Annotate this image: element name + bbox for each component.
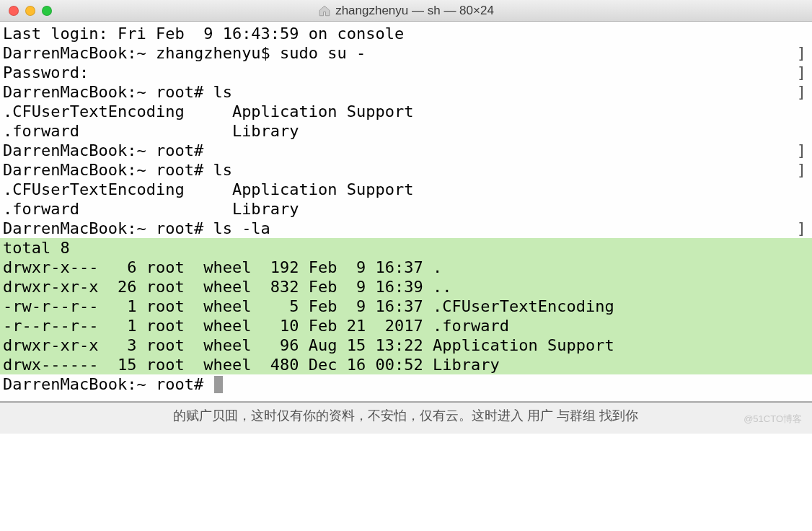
scroll-mark: ] <box>797 160 806 180</box>
terminal-line: drwx------ 15 root wheel 480 Dec 16 00:5… <box>0 355 812 374</box>
scroll-mark: ] <box>797 141 806 160</box>
terminal-line: -r--r--r-- 1 root wheel 10 Feb 21 2017 .… <box>0 316 812 335</box>
terminal-line: .forward Library <box>3 121 809 141</box>
cursor-icon <box>214 376 223 393</box>
terminal-line: DarrenMacBook:~ root# ls -la] <box>3 219 809 238</box>
window-title: zhangzhenyu — sh — 80×24 <box>335 4 494 18</box>
terminal-line: DarrenMacBook:~ root# ls] <box>3 160 809 180</box>
terminal-line: drwxr-xr-x 26 root wheel 832 Feb 9 16:39… <box>0 277 812 297</box>
titlebar: zhangzhenyu — sh — 80×24 <box>0 0 812 22</box>
prompt-text: DarrenMacBook:~ root# <box>3 375 213 393</box>
terminal-line: DarrenMacBook:~ zhangzhenyu$ sudo su -] <box>3 43 809 63</box>
background-text: 的赋广贝囬，这时仅有你的资料，不安怕，仅有云。这时进入 用广 与群组 找到你 <box>0 407 812 424</box>
home-icon <box>318 4 331 17</box>
minimize-icon[interactable] <box>25 6 35 16</box>
terminal-line: -rw-r--r-- 1 root wheel 5 Feb 9 16:37 .C… <box>0 297 812 316</box>
watermark: @51CTO博客 <box>743 413 802 426</box>
terminal-line: .CFUserTextEncoding Application Support <box>3 180 809 199</box>
background-page: 的赋广贝囬，这时仅有你的资料，不安怕，仅有云。这时进入 用广 与群组 找到你 @… <box>0 402 812 434</box>
terminal-window: zhangzhenyu — sh — 80×24 Last login: Fri… <box>0 0 812 402</box>
close-icon[interactable] <box>9 6 19 16</box>
terminal-line: .forward Library <box>3 199 809 219</box>
terminal-line: drwxr-x--- 6 root wheel 192 Feb 9 16:37 … <box>0 258 812 277</box>
terminal-line: total 8 <box>0 238 812 258</box>
terminal-line: drwxr-xr-x 3 root wheel 96 Aug 15 13:22 … <box>0 335 812 355</box>
scroll-mark: ] <box>797 219 806 238</box>
scroll-mark: ] <box>797 63 806 82</box>
traffic-lights <box>0 6 52 16</box>
terminal-line: DarrenMacBook:~ root#] <box>3 141 809 160</box>
scroll-mark: ] <box>797 43 806 63</box>
terminal-line: DarrenMacBook:~ root# ls] <box>3 82 809 102</box>
terminal-line: .CFUserTextEncoding Application Support <box>3 102 809 121</box>
zoom-icon[interactable] <box>42 6 52 16</box>
terminal-line: Password:] <box>3 63 809 82</box>
terminal-body[interactable]: Last login: Fri Feb 9 16:43:59 on consol… <box>0 22 812 401</box>
terminal-line: Last login: Fri Feb 9 16:43:59 on consol… <box>3 24 809 43</box>
terminal-prompt[interactable]: DarrenMacBook:~ root# <box>3 374 809 394</box>
scroll-mark: ] <box>797 82 806 102</box>
